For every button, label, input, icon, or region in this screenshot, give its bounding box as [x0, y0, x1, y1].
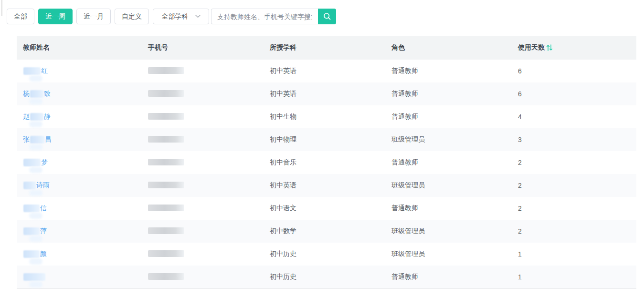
name-redaction-blur — [23, 205, 40, 212]
left-scrollbar-artifact — [1, 0, 2, 16]
name-ghost-blur — [29, 98, 42, 104]
phone-redaction-blur — [148, 159, 184, 165]
teacher-name-cell: 梦 — [17, 151, 142, 174]
phone-redaction-blur — [148, 182, 184, 188]
role-cell: 普通教师 — [385, 158, 512, 167]
name-visible-suffix: 昌 — [45, 135, 52, 144]
days-cell: 3 — [512, 136, 636, 143]
name-redaction-blur — [30, 136, 44, 143]
name-visible-suffix: 红 — [41, 67, 48, 75]
name-redaction-blur — [23, 273, 45, 281]
phone-redaction-blur — [148, 273, 184, 280]
search-input[interactable] — [211, 9, 318, 24]
magnifier-icon — [323, 12, 331, 20]
filter-button-all[interactable]: 全部 — [7, 9, 34, 24]
teacher-name-cell: 红 — [17, 60, 142, 82]
phone-redaction-blur — [148, 136, 184, 143]
subject-cell: 初中生物 — [264, 113, 385, 121]
name-visible-suffix: 致 — [44, 90, 51, 98]
table-row: 萍 初中数学 班级管理员 2 — [17, 220, 636, 243]
teacher-name-link[interactable]: 信 — [23, 204, 47, 213]
name-ghost-blur — [29, 121, 42, 127]
phone-redaction-blur — [148, 113, 184, 120]
filter-bar: 全部 近一周 近一月 自定义 全部学科 — [7, 9, 336, 24]
phone-cell — [142, 227, 264, 236]
days-cell: 6 — [512, 67, 636, 75]
days-cell: 1 — [512, 250, 636, 258]
name-redaction-blur — [23, 182, 36, 189]
name-redaction-blur — [23, 250, 40, 258]
name-ghost-blur — [29, 281, 42, 287]
table-row: 初中历史 普通教师 1 — [17, 266, 636, 288]
teacher-name-cell: 赵静 — [17, 105, 142, 128]
filter-button-custom-range[interactable]: 自定义 — [115, 9, 149, 24]
table-row: 梦 初中音乐 普通教师 2 — [17, 151, 636, 174]
teacher-name-cell: 颜 — [17, 243, 142, 266]
name-visible-suffix: 颜 — [40, 250, 47, 258]
name-ghost-blur — [29, 213, 42, 219]
phone-redaction-blur — [148, 67, 184, 74]
teacher-name-link[interactable]: 梦 — [23, 158, 48, 167]
teacher-usage-table: 教师姓名 手机号 所授学科 角色 使用天数 红 初中英语 普通教师 6 — [17, 36, 636, 289]
subject-cell: 初中英语 — [264, 181, 385, 190]
name-ghost-blur — [29, 167, 42, 173]
role-cell: 普通教师 — [385, 273, 512, 281]
phone-cell — [142, 205, 264, 213]
teacher-name-link[interactable]: 颜 — [23, 250, 47, 258]
teacher-name-link[interactable]: 红 — [23, 67, 48, 75]
filter-button-last-month[interactable]: 近一月 — [76, 9, 111, 24]
role-cell: 班级管理员 — [385, 135, 512, 144]
teacher-name-link[interactable]: 诗雨 — [23, 181, 50, 190]
phone-cell — [142, 159, 264, 167]
teacher-name-link[interactable]: 赵静 — [23, 113, 51, 121]
name-visible-suffix: 静 — [44, 113, 51, 121]
subject-select[interactable]: 全部学科 — [153, 9, 209, 24]
days-cell: 2 — [512, 227, 636, 235]
sort-asc-desc-icon[interactable] — [546, 44, 553, 51]
teacher-name-link[interactable] — [23, 273, 46, 281]
role-cell: 普通教师 — [385, 90, 512, 98]
table-row: 红 初中英语 普通教师 6 — [17, 60, 636, 82]
name-redaction-blur — [30, 90, 43, 98]
table-body: 红 初中英语 普通教师 6 杨致 初中英语 普通教师 6 赵静 — [17, 60, 636, 288]
name-redaction-blur — [23, 67, 41, 75]
col-header-usage-days: 使用天数 — [512, 43, 636, 52]
role-cell: 普通教师 — [385, 204, 512, 213]
subject-cell: 初中历史 — [264, 273, 385, 281]
days-cell: 6 — [512, 90, 636, 98]
teacher-name-cell: 诗雨 — [17, 174, 142, 197]
table-row: 诗雨 初中英语 班级管理员 2 — [17, 174, 636, 197]
subject-cell: 初中数学 — [264, 227, 385, 236]
subject-cell: 初中英语 — [264, 90, 385, 98]
table-header-row: 教师姓名 手机号 所授学科 角色 使用天数 — [17, 36, 636, 60]
teacher-name-cell — [17, 266, 142, 288]
teacher-name-link[interactable]: 萍 — [23, 227, 47, 236]
table-row: 杨致 初中英语 普通教师 6 — [17, 82, 636, 105]
phone-cell — [142, 136, 264, 144]
search-group — [211, 9, 336, 24]
name-visible-prefix: 赵 — [23, 113, 30, 121]
days-cell: 2 — [512, 182, 636, 189]
teacher-name-cell: 信 — [17, 197, 142, 220]
name-ghost-blur — [29, 258, 42, 265]
col-header-role: 角色 — [385, 43, 512, 52]
subject-cell: 初中历史 — [264, 250, 385, 258]
role-cell: 班级管理员 — [385, 181, 512, 190]
phone-redaction-blur — [148, 90, 184, 97]
role-cell: 班级管理员 — [385, 250, 512, 258]
phone-redaction-blur — [148, 205, 184, 211]
filter-button-last-week[interactable]: 近一周 — [38, 9, 73, 24]
phone-cell — [142, 90, 264, 98]
teacher-name-link[interactable]: 张昌 — [23, 135, 52, 144]
table-row: 颜 初中历史 班级管理员 1 — [17, 243, 636, 266]
teacher-name-link[interactable]: 杨致 — [23, 90, 51, 98]
name-visible-prefix: 张 — [23, 135, 30, 144]
subject-select-value: 全部学科 — [162, 12, 189, 21]
teacher-usage-page: 全部 近一周 近一月 自定义 全部学科 教师姓名 手机号 所授学科 角色 — [0, 0, 644, 297]
name-ghost-blur — [29, 236, 42, 242]
name-visible-prefix: 杨 — [23, 90, 30, 98]
days-cell: 4 — [512, 113, 636, 121]
search-button[interactable] — [318, 9, 336, 24]
name-visible-suffix: 信 — [40, 204, 47, 213]
col-header-phone: 手机号 — [142, 43, 264, 52]
